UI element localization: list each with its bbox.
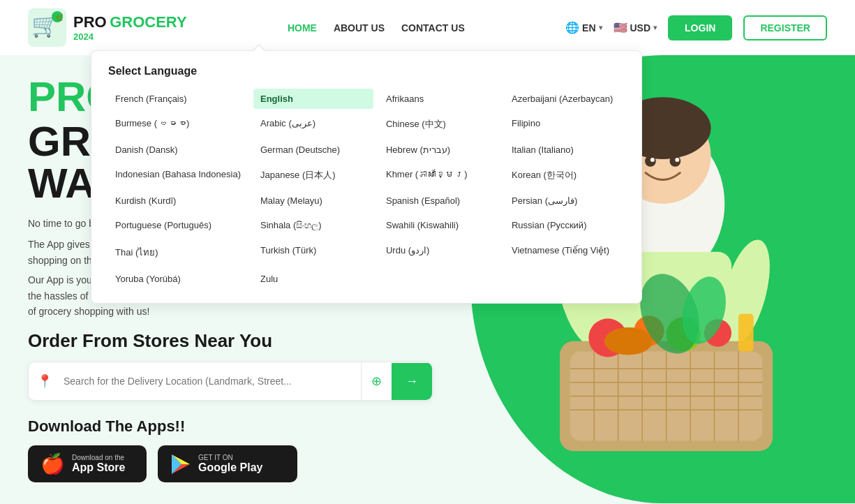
app-store-big: App Store (72, 461, 125, 474)
svg-point-35 (675, 158, 679, 162)
app-buttons: 🍎 Download on the App Store GET IT ON Go… (28, 445, 443, 482)
dropdown-title: Select Language (108, 65, 625, 77)
language-option[interactable]: Russian (Русский) (505, 215, 625, 236)
language-grid: French (Français)EnglishAfrikaansAzerbai… (108, 89, 625, 289)
search-go-button[interactable]: → (392, 363, 432, 400)
language-option[interactable]: Hebrew (עברית) (379, 140, 499, 160)
logo: 🛒 🌿 PRO GROCERY 2024 (28, 8, 187, 47)
logo-text: PRO GROCERY 2024 (73, 13, 187, 42)
language-option[interactable]: Zulu (253, 269, 373, 289)
globe-icon: 🌐 (565, 21, 579, 34)
lang-currency-area: 🌐 EN ▾ 🇺🇸 USD ▾ LOGIN REGISTER (565, 15, 827, 40)
language-option[interactable]: French (Français) (108, 89, 248, 109)
app-store-button[interactable]: 🍎 Download on the App Store (28, 445, 147, 482)
language-option[interactable]: Spanish (Español) (379, 191, 499, 211)
language-option[interactable]: Khmer (ភាសាខ្មែរ) (379, 164, 499, 186)
svg-point-32 (645, 156, 656, 167)
language-option[interactable]: Italian (Italiano) (505, 140, 625, 160)
nav: HOME ABOUT US CONTACT US (288, 22, 465, 34)
gps-button[interactable]: ⊕ (361, 362, 392, 400)
google-play-small: GET IT ON (198, 454, 262, 461)
location-pin-icon: 📍 (29, 373, 61, 389)
language-option[interactable]: Malay (Melayu) (253, 191, 373, 211)
currency-selector[interactable]: 🇺🇸 USD ▾ (614, 21, 657, 34)
language-option[interactable]: German (Deutsche) (253, 140, 373, 160)
language-option[interactable]: Chinese (中文) (379, 113, 499, 135)
language-option[interactable]: Persian (فارسی) (505, 191, 625, 211)
language-code: EN (582, 22, 595, 34)
google-play-button[interactable]: GET IT ON Google Play (158, 445, 297, 482)
logo-grocery: GROCERY (110, 13, 186, 31)
apps-title: Download The Apps!! (28, 417, 443, 436)
language-option[interactable]: Korean (한국어) (505, 164, 625, 186)
language-option[interactable]: Afrikaans (379, 89, 499, 109)
svg-rect-31 (738, 313, 754, 351)
language-option[interactable]: Swahili (Kiswahili) (379, 215, 499, 236)
language-option[interactable]: Indonesian (Bahasa Indonesia) (108, 164, 248, 186)
currency-code: USD (630, 22, 651, 34)
currency-chevron-icon: ▾ (653, 24, 657, 31)
login-button[interactable]: LOGIN (668, 15, 732, 40)
logo-pro: PRO (73, 13, 107, 31)
header: 🛒 🌿 PRO GROCERY 2024 HOME ABOUT US CONTA… (0, 0, 855, 55)
language-option[interactable]: Filipino (505, 113, 625, 135)
language-option[interactable]: Burmese (ဗမာစာ) (108, 113, 248, 135)
search-bar: 📍 ⊕ → (28, 362, 433, 401)
nav-home[interactable]: HOME (288, 22, 317, 34)
nav-contact[interactable]: CONTACT US (401, 22, 465, 34)
language-dropdown: Select Language French (Français)English… (91, 50, 642, 304)
search-input[interactable] (61, 364, 361, 398)
nav-about[interactable]: ABOUT US (334, 22, 385, 34)
svg-point-28 (604, 327, 653, 355)
register-button[interactable]: REGISTER (743, 15, 827, 40)
order-title: Order From Stores Near You (28, 330, 443, 352)
svg-point-34 (650, 158, 655, 162)
language-option[interactable]: Sinhala (සිංහල) (253, 215, 373, 236)
language-option[interactable]: Danish (Dansk) (108, 140, 248, 160)
language-option[interactable]: Azerbaijani (Azerbaycan) (505, 89, 625, 109)
google-play-big: Google Play (198, 461, 262, 474)
logo-icon: 🛒 🌿 (28, 8, 66, 47)
currency-flag-icon: 🇺🇸 (614, 21, 627, 34)
lang-chevron-icon: ▾ (599, 24, 602, 31)
google-play-text: GET IT ON Google Play (198, 454, 262, 474)
svg-point-33 (669, 156, 681, 167)
language-option[interactable]: Vietnamese (Tiếng Việt) (505, 240, 625, 265)
language-option[interactable]: Portuguese (Português) (108, 215, 248, 236)
language-option[interactable]: English (253, 89, 373, 109)
language-option[interactable]: Kurdish (Kurdî) (108, 191, 248, 211)
language-option[interactable]: Turkish (Türk) (253, 240, 373, 265)
language-option[interactable]: Japanese (日本人) (253, 164, 373, 186)
app-store-text: Download on the App Store (72, 454, 125, 474)
app-store-small: Download on the (72, 454, 125, 461)
svg-text:🌿: 🌿 (54, 13, 64, 22)
apple-icon: 🍎 (40, 452, 65, 475)
language-option[interactable]: Arabic (عربى) (253, 113, 373, 135)
language-option[interactable]: Yoruba (Yorùbá) (108, 269, 248, 289)
language-option[interactable]: Thai (ไทย) (108, 240, 248, 265)
logo-year: 2024 (73, 31, 187, 42)
language-selector[interactable]: 🌐 EN ▾ (565, 21, 602, 34)
google-play-icon (170, 454, 191, 475)
language-option[interactable]: Urdu (اردو) (379, 240, 499, 265)
